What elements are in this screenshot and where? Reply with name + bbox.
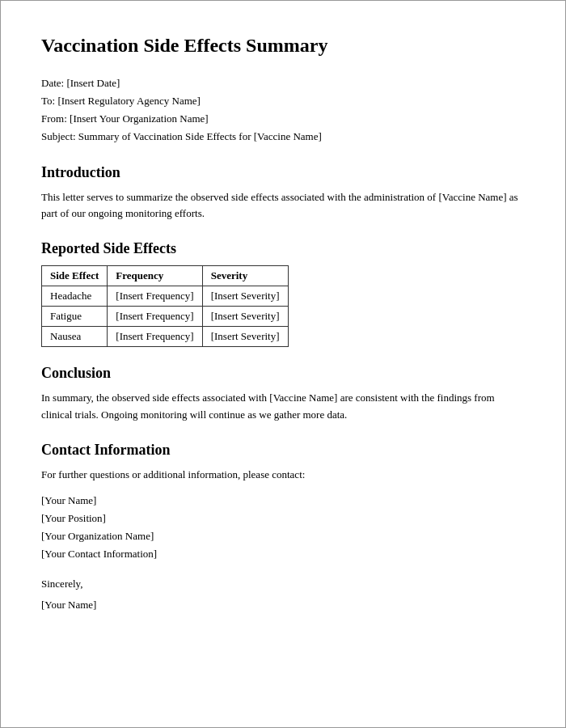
table-cell: [Insert Frequency]	[108, 307, 202, 327]
document-container: Vaccination Side Effects Summary Date: […	[0, 0, 566, 728]
to-label: To:	[41, 95, 55, 107]
date-line: Date: [Insert Date]	[41, 74, 525, 92]
side-effects-table: Side Effect Frequency Severity Headache[…	[41, 265, 289, 347]
signature-name: [Your Name]	[41, 599, 525, 612]
table-cell: Headache	[42, 286, 108, 307]
contact-intro: For further questions or additional info…	[41, 467, 525, 484]
table-header-row: Side Effect Frequency Severity	[42, 266, 289, 286]
contact-line: [Your Organization Name]	[41, 527, 525, 545]
to-line: To: [Insert Regulatory Agency Name]	[41, 92, 525, 110]
reported-side-effects-heading: Reported Side Effects	[41, 240, 525, 257]
conclusion-heading: Conclusion	[41, 365, 525, 382]
introduction-heading: Introduction	[41, 164, 525, 181]
subject-label: Subject:	[41, 130, 76, 142]
date-label: Date:	[41, 77, 64, 89]
contact-lines: [Your Name][Your Position][Your Organiza…	[41, 492, 525, 563]
table-cell: [Insert Frequency]	[108, 286, 202, 307]
contact-line: [Your Contact Information]	[41, 545, 525, 563]
contact-information-heading: Contact Information	[41, 442, 525, 459]
document-title: Vaccination Side Effects Summary	[41, 33, 525, 58]
table-row: Fatigue[Insert Frequency][Insert Severit…	[42, 307, 289, 327]
contact-line: [Your Name]	[41, 492, 525, 510]
table-cell: Nausea	[42, 327, 108, 347]
table-row: Nausea[Insert Frequency][Insert Severity…	[42, 327, 289, 347]
col-header-severity: Severity	[202, 266, 288, 286]
table-cell: [Insert Severity]	[202, 327, 288, 347]
col-header-side-effect: Side Effect	[42, 266, 108, 286]
date-value: [Insert Date]	[66, 77, 120, 89]
conclusion-body: In summary, the observed side effects as…	[41, 390, 525, 424]
meta-section: Date: [Insert Date] To: [Insert Regulato…	[41, 74, 525, 146]
from-label: From:	[41, 112, 67, 125]
col-header-frequency: Frequency	[108, 266, 202, 286]
contact-line: [Your Position]	[41, 510, 525, 527]
from-value: [Insert Your Organization Name]	[70, 112, 209, 125]
to-value: [Insert Regulatory Agency Name]	[57, 95, 201, 107]
table-cell: [Insert Severity]	[202, 307, 288, 327]
table-cell: Fatigue	[42, 307, 108, 327]
table-cell: [Insert Severity]	[202, 286, 288, 307]
sincerely-text: Sincerely,	[41, 578, 525, 590]
introduction-body: This letter serves to summarize the obse…	[41, 189, 525, 223]
subject-line: Subject: Summary of Vaccination Side Eff…	[41, 128, 525, 146]
from-line: From: [Insert Your Organization Name]	[41, 110, 525, 128]
subject-value: Summary of Vaccination Side Effects for …	[78, 130, 322, 142]
table-row: Headache[Insert Frequency][Insert Severi…	[42, 286, 289, 307]
table-cell: [Insert Frequency]	[108, 327, 202, 347]
